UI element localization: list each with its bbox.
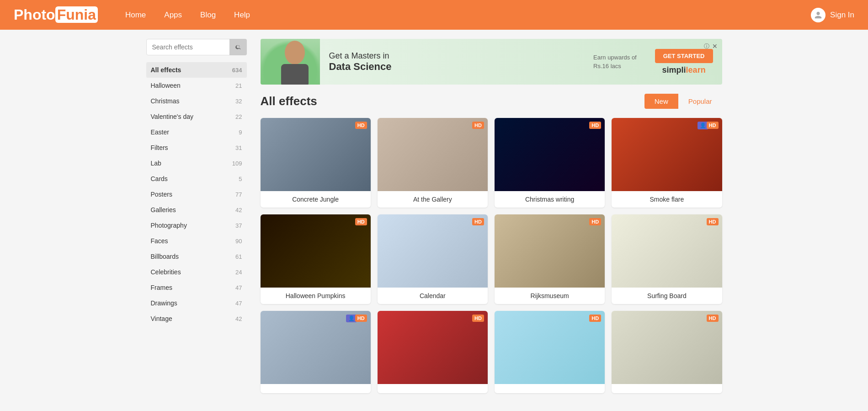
- sidebar-item-count: 109: [232, 160, 242, 167]
- effect-card-3[interactable]: 👤HD Smoke flare: [612, 118, 722, 208]
- hd-badge: HD: [589, 315, 601, 322]
- sidebar-item-label: Billboards: [151, 253, 179, 260]
- effect-label: Christmas writing: [495, 191, 605, 208]
- sidebar-item-label: Vintage: [151, 315, 172, 322]
- hd-badge: HD: [355, 315, 367, 322]
- sidebar-item-label: All effects: [151, 66, 181, 74]
- sidebar-item-photography[interactable]: Photography37: [146, 218, 247, 233]
- effect-card-11[interactable]: HD: [612, 311, 722, 393]
- sidebar-item-frames[interactable]: Frames47: [146, 280, 247, 295]
- filter-new-button[interactable]: New: [644, 94, 678, 109]
- effect-card-9[interactable]: HD: [378, 311, 488, 393]
- effect-thumbnail: HD: [495, 311, 605, 384]
- effect-label: [378, 384, 488, 393]
- effect-label: At the Gallery: [378, 191, 488, 208]
- effect-card-6[interactable]: HD Rijksmuseum: [495, 214, 605, 304]
- hd-badge: HD: [707, 218, 719, 225]
- sidebar-item-cards[interactable]: Cards5: [146, 171, 247, 187]
- effect-card-10[interactable]: HD: [495, 311, 605, 393]
- effect-thumbnail: HD: [261, 214, 371, 288]
- logo[interactable]: PhotoFunia: [14, 6, 98, 23]
- effect-thumbnail: HD: [495, 118, 605, 191]
- sidebar-item-label: Valentine's day: [151, 113, 193, 120]
- ad-cta-button[interactable]: GET STARTED: [655, 49, 713, 63]
- ad-text: Get a Masters in Data Science: [320, 47, 401, 77]
- sidebar-item-celebrities[interactable]: Celebrities24: [146, 264, 247, 280]
- sidebar-item-halloween[interactable]: Halloween21: [146, 78, 247, 93]
- hd-badge: HD: [589, 122, 601, 129]
- sidebar-item-count: 77: [235, 191, 242, 198]
- sidebar-item-count: 90: [235, 238, 242, 245]
- effects-header: All effects New Popular: [261, 94, 722, 109]
- sidebar-item-count: 9: [239, 129, 242, 136]
- sidebar-item-label: Posters: [151, 191, 172, 198]
- hd-badge: HD: [707, 122, 719, 129]
- effect-thumbnail: HD: [378, 118, 488, 191]
- nav-home[interactable]: Home: [125, 11, 146, 20]
- sidebar-item-billboards[interactable]: Billboards61: [146, 249, 247, 264]
- nav-help[interactable]: Help: [234, 11, 250, 20]
- effects-grid: HD Concrete Jungle HD At the Gallery HD …: [261, 118, 722, 393]
- sign-in-area[interactable]: Sign In: [811, 8, 854, 22]
- sidebar-item-count: 47: [235, 300, 242, 307]
- sidebar-item-drawings[interactable]: Drawings47: [146, 295, 247, 311]
- sidebar-item-label: Filters: [151, 144, 168, 151]
- effect-card-1[interactable]: HD At the Gallery: [378, 118, 488, 208]
- sidebar-item-label: Drawings: [151, 299, 177, 307]
- sidebar-item-label: Cards: [151, 175, 168, 182]
- sidebar-item-count: 61: [235, 253, 242, 260]
- sidebar-item-label: Frames: [151, 284, 172, 291]
- sidebar-item-lab[interactable]: Lab109: [146, 155, 247, 171]
- effect-card-4[interactable]: HD Halloween Pumpkins: [261, 214, 371, 304]
- effect-thumbnail: HD: [612, 311, 722, 384]
- sidebar-item-count: 24: [235, 269, 242, 276]
- hd-badge: HD: [355, 218, 367, 225]
- sidebar-item-count: 42: [235, 315, 242, 322]
- nav-blog[interactable]: Blog: [200, 11, 216, 20]
- sidebar-item-posters[interactable]: Posters77: [146, 187, 247, 202]
- svg-rect-1: [281, 64, 309, 85]
- hd-badge: HD: [589, 218, 601, 225]
- sidebar-item-all-effects[interactable]: All effects634: [146, 62, 247, 78]
- sidebar-item-count: 31: [235, 144, 242, 151]
- effect-label: Surfing Board: [612, 288, 722, 304]
- sidebar-item-label: Christmas: [151, 97, 180, 105]
- effect-thumbnail: 👤HD: [612, 118, 722, 191]
- search-button[interactable]: [229, 39, 247, 55]
- effect-card-2[interactable]: HD Christmas writing: [495, 118, 605, 208]
- ad-banner: Get a Masters in Data Science Earn upwar…: [261, 39, 722, 85]
- effect-thumbnail: HD: [378, 214, 488, 288]
- effect-card-7[interactable]: HD Surfing Board: [612, 214, 722, 304]
- sidebar-item-count: 21: [235, 82, 242, 89]
- ad-close-button[interactable]: ✕: [712, 43, 718, 50]
- sidebar: All effects634Halloween21Christmas32Vale…: [146, 39, 247, 393]
- sidebar-item-count: 5: [239, 176, 242, 182]
- hd-badge: HD: [355, 122, 367, 129]
- ad-brand: simplilearn: [662, 65, 706, 75]
- ad-info-icon[interactable]: ⓘ: [704, 43, 709, 50]
- effect-label: [261, 384, 371, 393]
- effect-card-8[interactable]: 👤HD: [261, 311, 371, 393]
- effect-thumbnail: HD: [378, 311, 488, 384]
- effect-thumbnail: HD: [612, 214, 722, 288]
- effect-label: Calendar: [378, 288, 488, 304]
- sidebar-item-easter[interactable]: Easter9: [146, 124, 247, 140]
- filter-popular-button[interactable]: Popular: [678, 94, 722, 109]
- effect-thumbnail: HD: [261, 118, 371, 191]
- logo-photo: Photo: [14, 6, 55, 23]
- sidebar-item-filters[interactable]: Filters31: [146, 140, 247, 155]
- hd-badge: HD: [472, 122, 484, 129]
- sidebar-item-label: Halloween: [151, 82, 181, 89]
- effect-card-0[interactable]: HD Concrete Jungle: [261, 118, 371, 208]
- nav-apps[interactable]: Apps: [164, 11, 182, 20]
- ad-woman-image: [261, 39, 320, 85]
- sidebar-item-galleries[interactable]: Galleries42: [146, 202, 247, 218]
- effect-label: Smoke flare: [612, 191, 722, 208]
- sidebar-item-label: Faces: [151, 237, 168, 245]
- effect-card-5[interactable]: HD Calendar: [378, 214, 488, 304]
- effect-label: Halloween Pumpkins: [261, 288, 371, 304]
- sidebar-item-vintage[interactable]: Vintage42: [146, 311, 247, 326]
- sidebar-item-christmas[interactable]: Christmas32: [146, 93, 247, 109]
- sidebar-item-faces[interactable]: Faces90: [146, 233, 247, 249]
- sidebar-item-valentines-day[interactable]: Valentine's day22: [146, 109, 247, 124]
